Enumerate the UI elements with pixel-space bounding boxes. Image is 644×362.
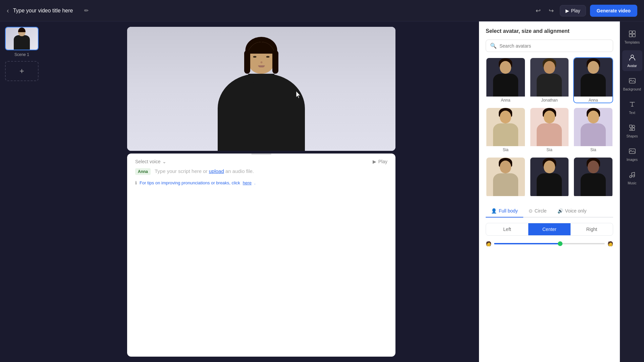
svg-rect-7 — [630, 125, 632, 127]
svg-point-6 — [630, 80, 631, 81]
templates-icon — [629, 30, 636, 39]
rail-item-text[interactable]: Text — [622, 97, 642, 118]
video-preview — [127, 27, 395, 151]
alignment-buttons: Left Center Right — [486, 223, 613, 236]
svg-point-8 — [632, 125, 635, 128]
align-right-button[interactable]: Right — [571, 223, 613, 235]
size-tab-full-body[interactable]: 👤 Full body — [486, 205, 523, 218]
redo-button[interactable]: ↪ — [547, 5, 556, 16]
generate-video-button[interactable]: Generate video — [590, 5, 637, 17]
avatar-name-sia-3: Sia — [574, 147, 612, 152]
svg-point-12 — [630, 176, 632, 178]
avatar-name-tag: Anna — [135, 168, 151, 175]
text-icon — [629, 101, 636, 110]
avatar-card-row3-2[interactable] — [530, 157, 570, 198]
rail-item-images[interactable]: Images — [622, 144, 642, 165]
images-icon — [629, 147, 636, 157]
rail-item-templates[interactable]: Templates — [622, 27, 642, 48]
main-layout: Scene 1 + — [0, 21, 644, 362]
voice-select-label: Select voice — [135, 159, 160, 164]
shapes-icon — [629, 124, 636, 133]
size-tab-voice-only[interactable]: 🔊 Voice only — [552, 205, 592, 218]
topbar: ‹ ✏ ↩ ↪ ▶ Play Generate video — [0, 0, 644, 21]
full-body-icon: 👤 — [491, 208, 497, 214]
upload-audio-link[interactable]: upload — [209, 168, 224, 174]
avatar-card-jonathan[interactable]: Beta Jonathan — [530, 57, 570, 103]
topbar-right: ↩ ↪ ▶ Play Generate video — [534, 5, 637, 17]
hint-info-icon: ℹ — [135, 180, 137, 185]
scene-1-thumb[interactable] — [5, 27, 39, 50]
music-icon — [629, 171, 636, 180]
avatar-card-row3-3[interactable] — [573, 157, 613, 198]
icon-rail: Templates Avatar Background — [620, 21, 644, 362]
avatar-card-sia-1[interactable]: Sia — [486, 107, 526, 153]
avatar-search-box: 🔍 — [486, 40, 613, 52]
svg-rect-2 — [629, 34, 632, 37]
hint-text: For tips on improving pronunciations or … — [140, 180, 240, 185]
play-icon: ▶ — [566, 8, 569, 13]
undo-button[interactable]: ↩ — [534, 5, 543, 16]
avatar-panel-title: Select avatar, size and alignment — [486, 28, 613, 34]
avatar-icon — [629, 54, 636, 63]
avatar-search-input[interactable] — [499, 43, 609, 49]
rail-item-music[interactable]: Music — [622, 168, 642, 188]
voice-select-button[interactable]: Select voice ⌄ — [135, 159, 166, 164]
avatar-card-sia-2[interactable]: Sia — [530, 107, 570, 153]
avatar-card-row3-1[interactable] — [486, 157, 526, 198]
align-left-button[interactable]: Left — [486, 223, 528, 235]
avatar-name-sia-2: Sia — [530, 147, 569, 152]
size-slider[interactable] — [494, 243, 605, 244]
rail-item-avatar[interactable]: Avatar — [622, 50, 642, 71]
script-text-area[interactable]: Type your script here or upload an audio… — [155, 168, 387, 174]
edit-title-icon[interactable]: ✏ — [84, 7, 89, 14]
person-small-icon: 🧑 — [486, 241, 491, 246]
script-play-button[interactable]: ▶ Play — [373, 159, 387, 164]
rail-item-shapes[interactable]: Shapes — [622, 121, 642, 141]
play-preview-button[interactable]: ▶ Play — [560, 5, 586, 16]
avatar-name-jonathan: Jonathan — [530, 98, 569, 103]
hint-link[interactable]: here — [243, 180, 252, 185]
avatar-card-anna-1[interactable]: Anna — [486, 57, 526, 103]
progress-indicator — [251, 154, 271, 155]
align-center-button[interactable]: Center — [528, 223, 571, 235]
scene-1-label: Scene 1 — [14, 52, 29, 57]
circle-icon: ⊙ — [529, 208, 533, 214]
script-panel: Select voice ⌄ ▶ Play Anna Type your scr… — [127, 154, 395, 357]
size-tab-circle[interactable]: ⊙ Circle — [523, 205, 552, 218]
avatar-size-tabs: 👤 Full body ⊙ Circle 🔊 Voice only — [486, 205, 613, 218]
avatar-name-sia-1: Sia — [486, 147, 525, 152]
avatar-card-sia-3[interactable]: Sia — [573, 107, 613, 153]
svg-rect-1 — [633, 31, 635, 34]
voice-only-icon: 🔊 — [557, 208, 563, 214]
avatar-name-anna-selected: Anna — [574, 98, 612, 103]
video-title-input[interactable] — [13, 8, 80, 14]
svg-rect-9 — [632, 128, 635, 130]
avatar-card-anna-selected[interactable]: Anna — [573, 57, 613, 103]
background-icon — [629, 77, 636, 86]
scenes-panel: Scene 1 + — [0, 21, 44, 362]
size-slider-row: 🧑 🧑 — [486, 241, 613, 246]
rail-item-background[interactable]: Background — [622, 74, 642, 95]
search-icon: 🔍 — [490, 43, 497, 49]
add-scene-button[interactable]: + — [5, 61, 39, 81]
script-play-icon: ▶ — [373, 159, 376, 164]
topbar-left: ‹ ✏ — [7, 7, 534, 14]
person-large-icon: 🧑 — [607, 241, 613, 246]
svg-rect-0 — [629, 31, 632, 34]
svg-point-13 — [633, 175, 635, 177]
avatars-grid: Anna Beta Jonathan — [486, 57, 613, 198]
svg-point-11 — [630, 150, 631, 151]
avatar-panel: Select avatar, size and alignment 🔍 — [479, 21, 620, 362]
svg-point-4 — [631, 55, 634, 58]
avatar-name-anna-1: Anna — [486, 98, 525, 103]
voice-chevron-icon: ⌄ — [162, 159, 166, 164]
back-button[interactable]: ‹ — [7, 7, 9, 14]
center-content: Select voice ⌄ ▶ Play Anna Type your scr… — [44, 21, 479, 362]
svg-rect-3 — [633, 34, 635, 37]
